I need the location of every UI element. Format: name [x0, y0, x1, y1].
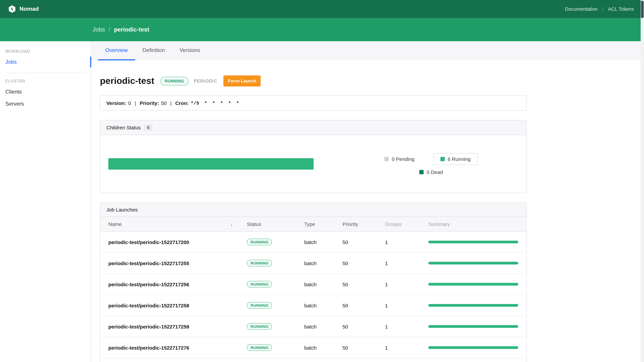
table-row[interactable]: periodic-test/periodic-1522717259 RUNNIN…	[100, 316, 526, 337]
table-header-row: Name ↓ Status Type Priority Groups Summa…	[100, 217, 526, 231]
status-badge: RUNNING	[247, 344, 272, 351]
job-priority: 50	[342, 253, 385, 274]
sidebar-item-servers[interactable]: Servers	[0, 98, 91, 110]
job-priority: 50	[342, 274, 385, 295]
column-header-groups: Groups	[385, 217, 428, 231]
children-count-badge: 6	[144, 124, 152, 131]
job-detail: periodic-test RUNNING PERIODIC Force Lau…	[100, 60, 526, 362]
job-name: periodic-test/periodic-1522717255	[100, 253, 247, 274]
table-row[interactable]: periodic-test/periodic-1522717258 RUNNIN…	[100, 295, 526, 316]
top-navbar: Nomad Documentation ACL Tokens	[0, 0, 644, 18]
job-priority: 50	[342, 295, 385, 316]
breadcrumb-current[interactable]: periodic-test	[114, 26, 149, 33]
summary-bar	[428, 262, 518, 265]
title-row: periodic-test RUNNING PERIODIC Force Lau…	[100, 75, 526, 86]
job-launches-panel: Job Launches Name ↓ Status Type	[100, 202, 526, 362]
column-header-name[interactable]: Name ↓	[100, 217, 247, 231]
job-status-cell: RUNNING	[247, 231, 304, 253]
job-name: periodic-test/periodic-1522717276	[100, 337, 247, 358]
table-row[interactable]: periodic-test/periodic-1522717276 RUNNIN…	[100, 337, 526, 358]
job-summary-cell	[428, 295, 526, 316]
job-priority: 50	[342, 316, 385, 337]
breadcrumb-separator: /	[109, 26, 110, 33]
scrollbar-track[interactable]	[641, 0, 644, 362]
nav-link-documentation[interactable]: Documentation	[565, 6, 598, 12]
job-groups: 1	[385, 274, 428, 295]
priority-value: 50	[161, 100, 166, 106]
legend-running-label: 6 Running	[448, 156, 470, 162]
nav-divider	[602, 6, 603, 11]
nav-link-acl-tokens[interactable]: ACL Tokens	[608, 6, 634, 12]
page-title: periodic-test	[100, 76, 154, 86]
job-groups: 1	[385, 295, 428, 316]
tab-overview[interactable]: Overview	[98, 41, 135, 60]
tab-definition[interactable]: Definition	[135, 41, 172, 60]
scrollbar-thumb[interactable]	[641, 1, 644, 18]
sidebar-divider	[5, 73, 86, 73]
table-row[interactable]: periodic-test/periodic-1522717256 RUNNIN…	[100, 274, 526, 295]
sidebar-item-jobs[interactable]: Jobs	[0, 56, 91, 68]
meta-separator: |	[135, 100, 136, 106]
nomad-logo-icon	[8, 5, 16, 13]
column-header-type[interactable]: Type	[304, 217, 342, 231]
legend-item-running[interactable]: 6 Running	[433, 153, 478, 165]
job-status-cell: RUNNING	[247, 253, 304, 274]
chart-legend: 0 Pending 6 Running 0 Dead	[364, 153, 498, 175]
children-status-header: Children Status 6	[100, 120, 526, 135]
table-row[interactable]: periodic-test/periodic-1522717255 RUNNIN…	[100, 253, 526, 274]
job-groups: 1	[385, 316, 428, 337]
summary-bar	[428, 241, 518, 243]
job-priority: 50	[342, 337, 385, 358]
job-summary-cell	[428, 253, 526, 274]
cron-value: */5 * * * * *	[191, 100, 239, 106]
legend-dead-label: 0 Dead	[427, 169, 443, 175]
job-periodic-label: PERIODIC	[194, 79, 217, 83]
sidebar: WORKLOAD Jobs CLUSTER Clients Servers	[0, 41, 91, 362]
job-type: batch	[304, 337, 342, 358]
children-distribution-bar	[108, 158, 314, 170]
status-badge: RUNNING	[247, 302, 272, 309]
job-status-cell: RUNNING	[247, 337, 304, 358]
nomad-app: Nomad Documentation ACL Tokens Jobs / pe…	[0, 0, 644, 362]
job-groups: 1	[385, 231, 428, 253]
status-badge: RUNNING	[247, 323, 272, 330]
pending-swatch-icon	[384, 157, 389, 161]
job-groups: 1	[385, 253, 428, 274]
app-body: WORKLOAD Jobs CLUSTER Clients Servers Ov…	[0, 41, 644, 362]
job-type: batch	[304, 316, 342, 337]
force-launch-button[interactable]: Force Launch	[224, 75, 261, 86]
job-status-cell: RUNNING	[247, 295, 304, 316]
summary-bar	[428, 304, 518, 307]
column-header-status[interactable]: Status	[247, 217, 304, 231]
sidebar-item-clients[interactable]: Clients	[0, 86, 91, 98]
legend-item-dead[interactable]: 0 Dead	[419, 169, 443, 175]
brand[interactable]: Nomad	[8, 5, 39, 13]
distribution-bar-track	[108, 158, 314, 170]
job-launches-header: Job Launches	[100, 203, 526, 217]
summary-bar	[428, 325, 518, 328]
running-swatch-icon	[440, 157, 444, 161]
column-name-label: Name	[108, 221, 122, 227]
table-row[interactable]: periodic-test/periodic-1522717200 RUNNIN…	[100, 231, 526, 253]
nav-links: Documentation ACL Tokens	[565, 6, 634, 12]
legend-item-pending[interactable]: 0 Pending	[384, 156, 414, 162]
job-launches-table: Name ↓ Status Type Priority Groups Summa…	[100, 217, 526, 358]
priority-label: Priority:	[140, 100, 159, 106]
job-status-cell: RUNNING	[247, 274, 304, 295]
pagination[interactable]: 1 of 6	[100, 358, 526, 362]
main-content: Overview Definition Versions periodic-te…	[91, 41, 644, 362]
job-summary-cell	[428, 337, 526, 358]
column-header-priority[interactable]: Priority	[342, 217, 385, 231]
sort-descending-icon: ↓	[230, 221, 233, 227]
breadcrumb-jobs[interactable]: Jobs	[92, 26, 105, 33]
meta-separator: |	[170, 100, 172, 106]
breadcrumb: Jobs / periodic-test	[0, 18, 644, 41]
job-groups: 1	[385, 337, 428, 358]
tab-versions[interactable]: Versions	[172, 41, 208, 60]
tab-bar: Overview Definition Versions	[91, 41, 644, 60]
job-type: batch	[304, 231, 342, 253]
sidebar-heading-workload: WORKLOAD	[5, 49, 91, 53]
job-summary-cell	[428, 316, 526, 337]
summary-bar	[428, 346, 518, 349]
job-type: batch	[304, 274, 342, 295]
